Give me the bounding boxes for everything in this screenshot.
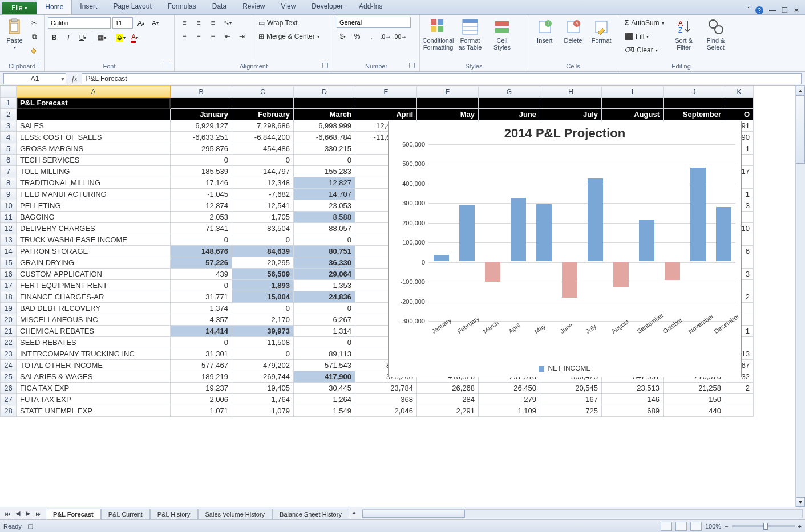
sheet-nav-next-icon[interactable]: ▶ — [23, 509, 33, 519]
column-header[interactable]: J — [664, 86, 725, 98]
copy-button[interactable]: ⧉ — [28, 30, 41, 43]
sheet-tab[interactable]: P&L Current — [101, 509, 150, 519]
cell[interactable] — [725, 405, 754, 417]
grow-font-button[interactable]: A▴ — [135, 17, 147, 29]
cell[interactable]: 0 — [294, 337, 355, 348]
merge-center-button[interactable]: ⊞Merge & Center▾ — [256, 30, 322, 43]
cell[interactable]: 6,267 — [294, 314, 355, 326]
ribbon-tab-data[interactable]: Data — [204, 0, 234, 14]
file-tab[interactable]: File▾ — [2, 2, 37, 14]
cell[interactable]: 0 — [294, 155, 355, 166]
cell[interactable]: CUSTOM APPLICATION — [17, 269, 171, 280]
cell[interactable]: January — [171, 109, 232, 120]
cell[interactable]: 148,676 — [171, 246, 232, 257]
cell[interactable]: 0 — [171, 337, 232, 348]
cell[interactable]: 19,237 — [171, 383, 232, 394]
number-format-select[interactable] — [337, 17, 411, 28]
column-header[interactable]: I — [602, 86, 664, 98]
ribbon-tab-view[interactable]: View — [273, 0, 304, 14]
comma-button[interactable]: , — [365, 30, 378, 43]
column-header[interactable]: A — [17, 86, 171, 98]
new-sheet-icon[interactable]: ✦ — [349, 509, 359, 519]
cell[interactable]: 417,900 — [294, 371, 355, 383]
name-box[interactable]: A1▾ — [3, 73, 66, 84]
cell[interactable]: P&L Forecast — [17, 98, 171, 109]
autosum-button[interactable]: ΣAutoSum▾ — [622, 17, 667, 29]
increase-decimal-button[interactable]: .0→ — [379, 30, 392, 43]
worksheet-grid[interactable]: ABCDEFGHIJK 1P&L Forecast2JanuaryFebruar… — [0, 86, 805, 507]
cell[interactable]: 57,226 — [171, 257, 232, 269]
cell-styles-button[interactable]: Cell Styles — [487, 17, 517, 52]
cell[interactable]: FERT EQUIPMENT RENT — [17, 280, 171, 291]
cell[interactable]: 189,219 — [171, 371, 232, 383]
cell[interactable]: STATE UNEMPL EXP — [17, 405, 171, 417]
cell[interactable]: 11,508 — [232, 337, 294, 348]
cell[interactable]: 4,357 — [171, 314, 232, 326]
underline-button[interactable]: U▾ — [76, 31, 89, 44]
cell[interactable]: 725 — [540, 405, 602, 417]
cell[interactable]: 1,079 — [232, 405, 294, 417]
cell[interactable]: 23,784 — [355, 383, 417, 394]
cell[interactable]: TECH SERVICES — [17, 155, 171, 166]
cell[interactable]: September — [664, 109, 725, 120]
cell[interactable]: 2,053 — [171, 212, 232, 223]
cell[interactable]: GROSS MARGINS — [17, 143, 171, 155]
cell[interactable]: 0 — [171, 280, 232, 291]
cell[interactable]: TRUCK WASH/LEASE INCOME — [17, 234, 171, 246]
cell[interactable]: 23,513 — [602, 383, 664, 394]
ribbon-tab-insert[interactable]: Insert — [72, 0, 105, 14]
border-button[interactable]: ▦▾ — [95, 31, 108, 44]
align-right-button[interactable]: ≡ — [207, 30, 219, 43]
cell[interactable]: 440 — [664, 405, 725, 417]
cell[interactable]: June — [479, 109, 540, 120]
font-dialog-icon[interactable] — [164, 63, 169, 68]
format-as-table-button[interactable]: Format as Table — [455, 17, 485, 52]
cell[interactable]: 269,744 — [232, 371, 294, 383]
column-header[interactable]: F — [417, 86, 479, 98]
cell[interactable]: INTERCOMPANY TRUCKING INC — [17, 348, 171, 360]
cell[interactable]: 454,486 — [232, 143, 294, 155]
cell[interactable]: 15,004 — [232, 291, 294, 303]
embedded-chart[interactable]: 2014 P&L Projection -300,000-200,000-100… — [388, 121, 742, 377]
cell[interactable]: 6,929,127 — [171, 120, 232, 132]
sheet-tab[interactable]: P&L History — [150, 509, 198, 519]
column-header[interactable]: H — [540, 86, 602, 98]
cell[interactable]: 89,113 — [294, 348, 355, 360]
percent-button[interactable]: % — [351, 30, 363, 43]
cell[interactable]: 155,283 — [294, 166, 355, 177]
cell[interactable]: May — [417, 109, 479, 120]
column-header[interactable]: B — [171, 86, 232, 98]
font-color-button[interactable]: A▾ — [128, 31, 141, 44]
cell[interactable]: 56,509 — [232, 269, 294, 280]
page-break-view-button[interactable] — [690, 522, 702, 531]
sheet-tab[interactable]: Sales Volume History — [198, 509, 273, 519]
paste-button[interactable]: Paste▾ — [3, 17, 26, 51]
cell[interactable]: 12,348 — [232, 177, 294, 189]
cell[interactable]: 30,445 — [294, 383, 355, 394]
cell[interactable]: 0 — [232, 348, 294, 360]
cell[interactable]: 24,836 — [294, 291, 355, 303]
cell[interactable]: TOLL MILLING — [17, 166, 171, 177]
zoom-out-button[interactable]: − — [725, 523, 728, 530]
sheet-nav-first-icon[interactable]: ⏮ — [2, 509, 13, 519]
alignment-dialog-icon[interactable] — [322, 63, 328, 68]
macro-record-icon[interactable]: ▢ — [27, 522, 33, 530]
clipboard-dialog-icon[interactable] — [34, 63, 39, 68]
cell[interactable]: 14,707 — [294, 189, 355, 200]
delete-cells-button[interactable]: ×Delete — [560, 17, 586, 45]
orientation-button[interactable]: ⤡▾ — [221, 17, 234, 29]
cell[interactable]: SALARIES & WAGES — [17, 371, 171, 383]
zoom-level[interactable]: 100% — [705, 523, 721, 530]
italic-button[interactable]: I — [62, 31, 75, 44]
cell[interactable]: 31,771 — [171, 291, 232, 303]
normal-view-button[interactable] — [661, 522, 672, 531]
number-dialog-icon[interactable] — [409, 63, 415, 68]
cell[interactable]: TRADITIONAL MILLING — [17, 177, 171, 189]
zoom-slider[interactable] — [732, 525, 795, 527]
accounting-button[interactable]: $▾ — [337, 30, 349, 43]
cell[interactable]: 0 — [294, 303, 355, 314]
cell[interactable]: 26,450 — [479, 383, 540, 394]
ribbon-tab-home[interactable]: Home — [37, 0, 72, 14]
cell[interactable]: 0 — [232, 155, 294, 166]
window-minimize-icon[interactable]: — — [769, 6, 776, 14]
